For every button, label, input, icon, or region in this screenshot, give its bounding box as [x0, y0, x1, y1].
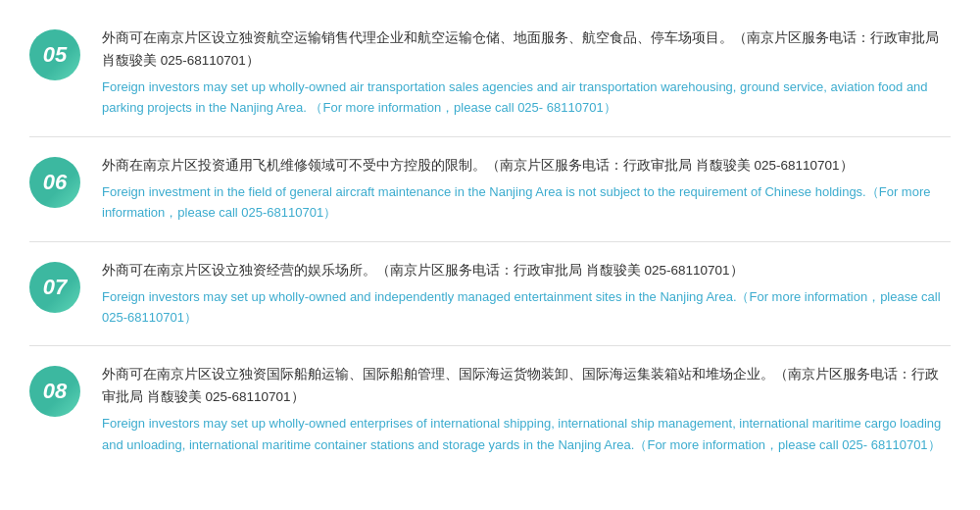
- main-list: 05外商可在南京片区设立独资航空运输销售代理企业和航空运输仓储、地面服务、航空食…: [0, 0, 980, 483]
- badge-07: 07: [29, 262, 80, 313]
- list-item: 07外商可在南京片区设立独资经营的娱乐场所。（南京片区服务电话：行政审批局 肖馥…: [29, 242, 951, 347]
- badge-label-07: 07: [43, 277, 67, 298]
- english-text-06: Foreign investment in the field of gener…: [102, 181, 951, 224]
- badge-06: 06: [29, 157, 80, 208]
- english-text-07: Foreign investors may set up wholly-owne…: [102, 286, 951, 329]
- chinese-text-06: 外商在南京片区投资通用飞机维修领域可不受中方控股的限制。（南京片区服务电话：行政…: [102, 155, 951, 178]
- list-item: 05外商可在南京片区设立独资航空运输销售代理企业和航空运输仓储、地面服务、航空食…: [29, 10, 951, 137]
- english-text-08: Foreign investors may set up wholly-owne…: [102, 413, 951, 455]
- badge-label-05: 05: [43, 44, 67, 66]
- content-block-05: 外商可在南京片区设立独资航空运输销售代理企业和航空运输仓储、地面服务、航空食品、…: [102, 27, 951, 119]
- badge-05: 05: [29, 29, 80, 80]
- badge-label-06: 06: [43, 172, 67, 193]
- chinese-text-08: 外商可在南京片区设立独资国际船舶运输、国际船舶管理、国际海运货物装卸、国际海运集…: [102, 364, 951, 409]
- chinese-text-05: 外商可在南京片区设立独资航空运输销售代理企业和航空运输仓储、地面服务、航空食品、…: [102, 27, 951, 73]
- badge-08: 08: [29, 366, 80, 417]
- chinese-text-07: 外商可在南京片区设立独资经营的娱乐场所。（南京片区服务电话：行政审批局 肖馥骏美…: [102, 260, 951, 282]
- list-item: 08外商可在南京片区设立独资国际船舶运输、国际船舶管理、国际海运货物装卸、国际海…: [29, 346, 951, 473]
- badge-label-08: 08: [43, 381, 67, 402]
- content-block-08: 外商可在南京片区设立独资国际船舶运输、国际船舶管理、国际海运货物装卸、国际海运集…: [102, 364, 951, 455]
- content-block-07: 外商可在南京片区设立独资经营的娱乐场所。（南京片区服务电话：行政审批局 肖馥骏美…: [102, 260, 951, 329]
- list-item: 06外商在南京片区投资通用飞机维修领域可不受中方控股的限制。（南京片区服务电话：…: [29, 137, 951, 242]
- english-text-05: Foreign investors may set up wholly-owne…: [102, 76, 951, 119]
- content-block-06: 外商在南京片区投资通用飞机维修领域可不受中方控股的限制。（南京片区服务电话：行政…: [102, 155, 951, 224]
